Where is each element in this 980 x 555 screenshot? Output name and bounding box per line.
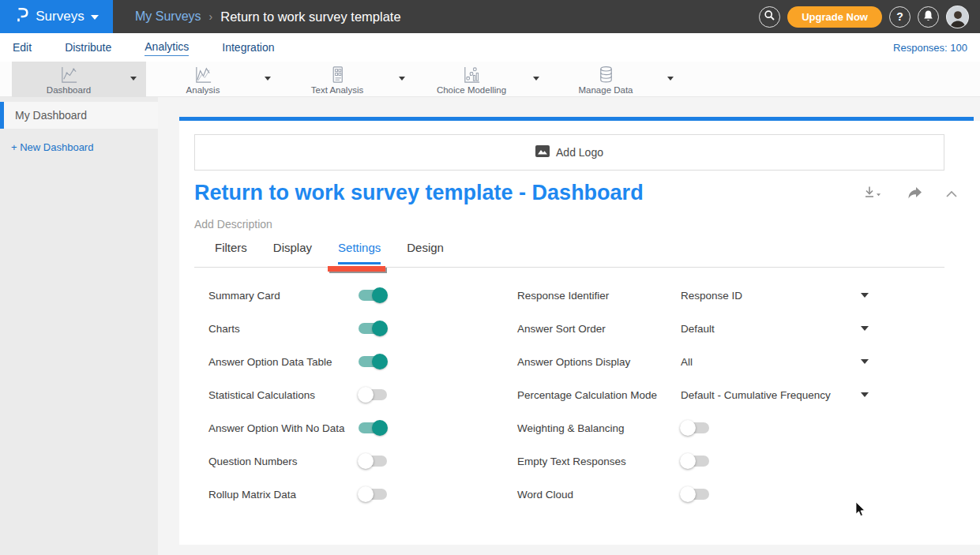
setting-label: Question Numbers <box>208 456 298 467</box>
tab-display[interactable]: Display <box>273 241 312 264</box>
setting-label: Answer Options Display <box>517 356 681 368</box>
tab-filters[interactable]: Filters <box>215 241 247 264</box>
setting-row-empty-text-responses: Empty Text Responses <box>517 444 869 478</box>
page-title: Return to work survey template - Dashboa… <box>194 181 644 205</box>
toolbar-item-analysis[interactable]: Analysis <box>146 62 280 97</box>
breadcrumb-separator: › <box>209 10 213 23</box>
upgrade-now-button[interactable]: Upgrade Now <box>787 6 882 28</box>
dropdown-caret-icon[interactable] <box>861 326 869 331</box>
dropdown-caret-icon[interactable] <box>861 392 869 397</box>
nav-item-distribute[interactable]: Distribute <box>65 39 111 55</box>
statistical-calculations-toggle[interactable] <box>359 389 387 400</box>
toolbar-item-text-analysis[interactable]: Text Analysis <box>280 62 415 97</box>
survey-nav: Edit Distribute Analytics Integration Re… <box>0 33 980 62</box>
setting-row-rollup-matrix-data: Rollup Matrix Data <box>208 478 387 511</box>
chevron-down-icon <box>91 15 99 20</box>
toolbar-item-label: Dashboard <box>47 85 91 95</box>
settings-tabs: Filters Display Settings Design <box>215 241 444 264</box>
setting-row-answer-option-data-table: Answer Option Data Table <box>208 345 387 378</box>
share-icon[interactable] <box>906 186 922 203</box>
setting-label: Answer Sort Order <box>517 323 681 335</box>
collapse-chevron-icon[interactable] <box>945 187 958 201</box>
toolbar-item-manage-data[interactable]: Manage Data <box>549 62 683 97</box>
answer-option-with-no-data-toggle[interactable] <box>359 422 387 433</box>
search-button[interactable] <box>759 6 780 28</box>
setting-label: Summary Card <box>208 290 280 302</box>
setting-row-weighting-balancing: Weighting & Balancing <box>517 411 869 444</box>
answer-option-data-table-toggle[interactable] <box>359 356 387 367</box>
search-icon <box>764 9 775 24</box>
dropdown-caret-icon[interactable] <box>861 359 869 364</box>
setting-row-charts: Charts <box>208 312 387 345</box>
product-name: Surveys <box>36 9 84 24</box>
setting-row-word-cloud: Word Cloud <box>517 478 869 511</box>
analytics-toolbar: Dashboard Analysis Text Analysis Choice … <box>0 62 980 97</box>
summary-card-toggle[interactable] <box>359 290 387 301</box>
rollup-matrix-data-toggle[interactable] <box>359 489 387 500</box>
settings-dropdown-column: Response Identifier Response ID Answer S… <box>517 279 869 511</box>
toolbar-item-label: Choice Modelling <box>437 85 506 95</box>
answer-sort-order-select[interactable]: Default <box>681 323 861 335</box>
setting-row-percentage-calculation-mode: Percentage Calculation Mode Default - Cu… <box>517 378 869 411</box>
toolbar-item-label: Manage Data <box>578 85 633 95</box>
setting-label: Charts <box>208 323 240 335</box>
responses-count: Responses: 100 <box>893 42 967 54</box>
weighting-balancing-toggle[interactable] <box>681 422 709 433</box>
setting-label: Percentage Calculation Mode <box>517 389 681 401</box>
choice-modelling-dropdown-caret-icon[interactable] <box>533 77 539 81</box>
setting-label: Answer Option With No Data <box>208 422 345 434</box>
dropdown-caret-icon[interactable] <box>861 293 869 298</box>
bell-icon <box>922 9 934 24</box>
add-logo-label: Add Logo <box>556 146 603 159</box>
breadcrumb: My Surveys › Return to work survey templ… <box>135 9 401 24</box>
dashboard-sidebar: My Dashboard + New Dashboard <box>0 97 158 555</box>
breadcrumb-my-surveys[interactable]: My Surveys <box>135 9 201 24</box>
nav-item-edit[interactable]: Edit <box>13 39 32 55</box>
product-switcher[interactable]: Surveys <box>0 0 113 33</box>
charts-toggle[interactable] <box>359 323 387 334</box>
toolbar-item-dashboard[interactable]: Dashboard <box>12 62 146 97</box>
toolbar-item-choice-modelling[interactable]: Choice Modelling <box>415 62 549 97</box>
tab-design[interactable]: Design <box>407 241 444 264</box>
setting-row-response-identifier: Response Identifier Response ID <box>517 279 869 312</box>
setting-label: Response Identifier <box>517 290 681 302</box>
document-actions <box>863 186 958 203</box>
header-actions: Upgrade Now ? <box>759 6 980 28</box>
empty-text-responses-toggle[interactable] <box>681 456 709 467</box>
settings-tab-annotation-marker <box>328 266 385 272</box>
answer-options-display-select[interactable]: All <box>681 356 861 368</box>
manage-data-dropdown-caret-icon[interactable] <box>667 77 674 81</box>
question-numbers-toggle[interactable] <box>359 456 387 467</box>
breadcrumb-current: Return to work survey template <box>220 9 400 24</box>
word-cloud-toggle[interactable] <box>681 489 709 500</box>
nav-item-analytics[interactable]: Analytics <box>145 39 189 56</box>
setting-row-answer-sort-order: Answer Sort Order Default <box>517 312 869 345</box>
add-logo-button[interactable]: Add Logo <box>194 134 944 171</box>
add-description-field[interactable]: Add Description <box>194 218 272 231</box>
text-analysis-dropdown-caret-icon[interactable] <box>399 77 405 81</box>
setting-label: Rollup Matrix Data <box>208 489 296 501</box>
dashboard-dropdown-caret-icon[interactable] <box>130 77 137 81</box>
notifications-button[interactable] <box>918 6 939 28</box>
nav-item-integration[interactable]: Integration <box>222 39 274 55</box>
new-dashboard-button[interactable]: + New Dashboard <box>0 141 158 153</box>
setting-label: Statistical Calculations <box>208 389 315 401</box>
sidebar-item-my-dashboard[interactable]: My Dashboard <box>0 102 158 129</box>
analysis-dropdown-caret-icon[interactable] <box>265 77 271 81</box>
percentage-calculation-mode-select[interactable]: Default - Cumulative Frequency <box>681 389 861 401</box>
setting-row-question-numbers: Question Numbers <box>208 444 387 478</box>
download-button[interactable] <box>863 186 882 203</box>
avatar[interactable] <box>946 6 969 28</box>
toolbar-item-label: Text Analysis <box>311 85 363 95</box>
setting-row-statistical-calculations: Statistical Calculations <box>208 378 387 411</box>
tab-settings[interactable]: Settings <box>338 241 381 264</box>
top-header: Surveys My Surveys › Return to work surv… <box>0 0 980 33</box>
settings-toggle-column: Summary Card Charts Answer Option Data T… <box>208 279 387 511</box>
response-identifier-select[interactable]: Response ID <box>681 290 861 302</box>
tabs-divider <box>194 267 944 268</box>
setting-row-answer-option-with-no-data: Answer Option With No Data <box>208 411 387 444</box>
choice-modelling-icon <box>462 65 482 84</box>
help-button[interactable]: ? <box>889 6 911 28</box>
setting-label: Answer Option Data Table <box>208 356 332 368</box>
setting-row-answer-options-display: Answer Options Display All <box>517 345 869 378</box>
